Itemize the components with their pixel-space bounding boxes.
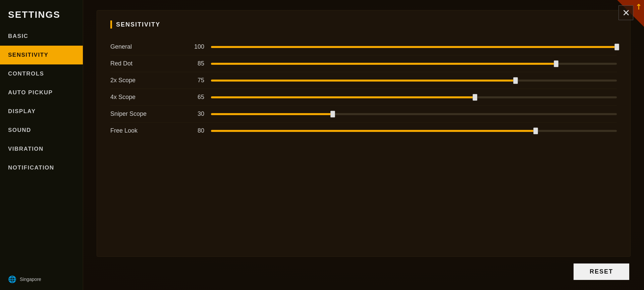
sensitivity-row-scope_2x: 2x Scope75 xyxy=(110,72,617,89)
slider-fill-general xyxy=(211,46,617,48)
sidebar-footer: 🌐 Singapore xyxy=(0,269,83,290)
sensitivity-row-free_look: Free Look80 xyxy=(110,123,617,139)
sidebar-nav: BASICSENSITIVITYCONTROLSAUTO PICKUPDISPL… xyxy=(0,27,83,269)
slider-track-scope_2x xyxy=(211,80,617,82)
sidebar-item-sensitivity[interactable]: SENSITIVITY xyxy=(0,46,83,64)
slider-fill-sniper_scope xyxy=(211,113,333,115)
close-icon: ✕ xyxy=(622,7,630,18)
sliders-container: General100Red Dot852x Scope754x Scope65S… xyxy=(110,39,617,139)
sensitivity-value-free_look: 80 xyxy=(184,127,204,134)
slider-thumb-general[interactable] xyxy=(614,44,619,50)
slider-container-general[interactable] xyxy=(211,44,617,50)
slider-container-free_look[interactable] xyxy=(211,128,617,134)
sidebar-item-controls[interactable]: CONTROLS xyxy=(0,64,83,83)
section-title-bar xyxy=(110,20,112,29)
sensitivity-value-sniper_scope: 30 xyxy=(184,110,204,117)
slider-track-free_look xyxy=(211,130,617,132)
sensitivity-label-red_dot: Red Dot xyxy=(110,60,184,67)
main-content: SENSITIVITY General100Red Dot852x Scope7… xyxy=(83,0,644,290)
slider-container-sniper_scope[interactable] xyxy=(211,111,617,117)
sidebar-item-display[interactable]: DISPLAY xyxy=(0,102,83,121)
slider-fill-scope_2x xyxy=(211,80,516,82)
content-panel: SENSITIVITY General100Red Dot852x Scope7… xyxy=(97,10,631,257)
slider-fill-red_dot xyxy=(211,63,556,65)
slider-fill-scope_4x xyxy=(211,96,475,98)
slider-track-red_dot xyxy=(211,63,617,65)
sensitivity-value-general: 100 xyxy=(184,43,204,50)
slider-thumb-red_dot[interactable] xyxy=(554,60,558,67)
slider-container-red_dot[interactable] xyxy=(211,60,617,67)
slider-thumb-scope_4x[interactable] xyxy=(473,94,477,101)
sensitivity-label-sniper_scope: Sniper Scope xyxy=(110,110,184,117)
slider-thumb-sniper_scope[interactable] xyxy=(330,111,335,117)
section-title-text: SENSITIVITY xyxy=(116,21,160,28)
sensitivity-label-free_look: Free Look xyxy=(110,127,184,134)
region-label: Singapore xyxy=(20,277,41,282)
section-header: SENSITIVITY xyxy=(110,20,617,29)
slider-track-sniper_scope xyxy=(211,113,617,115)
settings-title: SETTINGS xyxy=(0,0,83,27)
sensitivity-value-red_dot: 85 xyxy=(184,60,204,67)
sensitivity-row-sniper_scope: Sniper Scope30 xyxy=(110,106,617,123)
sensitivity-label-scope_2x: 2x Scope xyxy=(110,77,184,84)
globe-icon: 🌐 xyxy=(8,275,16,283)
sensitivity-row-red_dot: Red Dot85 xyxy=(110,55,617,72)
slider-track-general xyxy=(211,46,617,48)
sensitivity-label-general: General xyxy=(110,43,184,50)
sidebar: SETTINGS BASICSENSITIVITYCONTROLSAUTO PI… xyxy=(0,0,83,290)
sidebar-item-basic[interactable]: BASIC xyxy=(0,27,83,46)
sensitivity-label-scope_4x: 4x Scope xyxy=(110,94,184,101)
sensitivity-row-general: General100 xyxy=(110,39,617,55)
slider-track-scope_4x xyxy=(211,96,617,98)
close-button[interactable]: ✕ xyxy=(619,5,633,20)
reset-button[interactable]: RESET xyxy=(574,263,629,280)
slider-container-scope_4x[interactable] xyxy=(211,94,617,101)
slider-container-scope_2x[interactable] xyxy=(211,77,617,84)
slider-fill-free_look xyxy=(211,130,536,132)
sidebar-item-auto_pickup[interactable]: AUTO PICKUP xyxy=(0,83,83,102)
sidebar-item-vibration[interactable]: VIBRATION xyxy=(0,140,83,158)
sensitivity-value-scope_2x: 75 xyxy=(184,77,204,84)
sensitivity-value-scope_4x: 65 xyxy=(184,94,204,101)
slider-thumb-free_look[interactable] xyxy=(533,128,538,134)
sidebar-item-sound[interactable]: SOUND xyxy=(0,121,83,140)
bottom-bar: RESET xyxy=(97,263,631,280)
sensitivity-row-scope_4x: 4x Scope65 xyxy=(110,89,617,106)
slider-thumb-scope_2x[interactable] xyxy=(513,77,518,84)
sidebar-item-notification[interactable]: NOTIFICATION xyxy=(0,158,83,177)
